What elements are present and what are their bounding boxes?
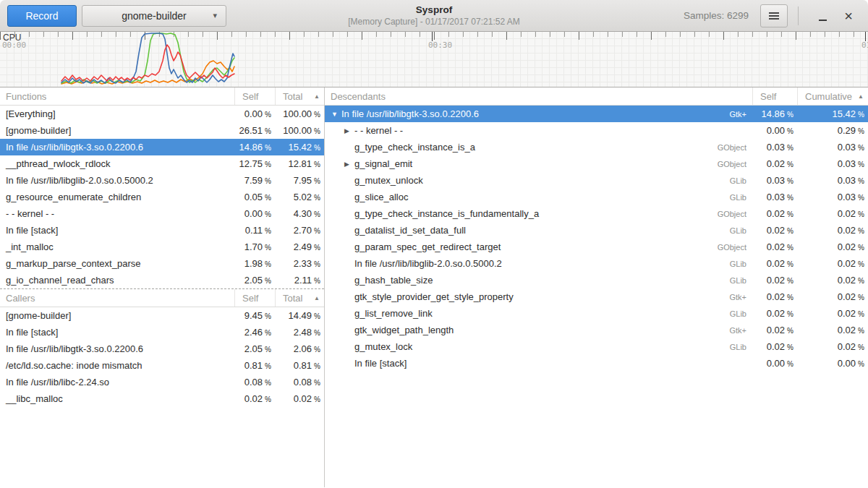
- table-row[interactable]: g_mutex_unlock GLib 0.03% 0.03%: [325, 172, 868, 189]
- column-header-self[interactable]: Self: [752, 87, 797, 105]
- total-percent: 4.30%: [275, 208, 324, 219]
- column-header-descendants[interactable]: Descendants: [325, 87, 752, 105]
- descendant-name-cell: g_type_check_instance_is_fundamentally_a…: [325, 208, 752, 219]
- descendant-name-cell: g_hash_table_size GLib: [325, 275, 752, 286]
- table-row[interactable]: __pthread_rwlock_rdlock 12.75% 12.81%: [0, 155, 324, 172]
- function-name: g_io_channel_read_chars: [0, 275, 234, 286]
- table-row[interactable]: _int_malloc 1.70% 2.49%: [0, 239, 324, 255]
- self-percent: 0.02%: [752, 341, 797, 352]
- column-header-cumulative-label: Cumulative: [805, 91, 852, 102]
- table-row[interactable]: In file /usr/lib/libglib-2.0.so.0.5000.2…: [325, 255, 868, 272]
- self-percent: 0.02%: [752, 325, 797, 335]
- cpu-graph[interactable]: CPU 00:0000:3001:00: [0, 32, 868, 87]
- table-row[interactable]: g_io_channel_read_chars 2.05% 2.11%: [0, 272, 324, 288]
- table-row[interactable]: ▶ - - kernel - - 0.00% 0.29%: [325, 122, 868, 139]
- table-row[interactable]: In file /usr/lib/libgtk-3.so.0.2200.6 14…: [0, 139, 324, 155]
- cumulative-percent: 0.00%: [797, 358, 868, 369]
- table-row[interactable]: gtk_widget_path_length Gtk+ 0.02% 0.02%: [325, 322, 868, 338]
- descendants-table-body: ▼ In file /usr/lib/libgtk-3.so.0.2200.6 …: [325, 106, 868, 372]
- descendant-name-cell: In file [stack]: [325, 358, 752, 369]
- library-tag: GLib: [730, 343, 752, 351]
- self-percent: 0.08%: [234, 377, 275, 388]
- table-row[interactable]: [gnome-builder] 26.51% 100.00%: [0, 122, 324, 139]
- functions-table-body: [Everything] 0.00% 100.00% [gnome-builde…: [0, 106, 324, 288]
- descendant-name-cell: ▶ - - kernel - -: [325, 125, 752, 136]
- column-header-functions[interactable]: Functions: [0, 87, 234, 105]
- header-bar: Record gnome-builder ▾ Sysprof [Memory C…: [0, 0, 868, 32]
- self-percent: 1.98%: [234, 258, 275, 269]
- cumulative-percent: 0.02%: [797, 241, 868, 252]
- descendant-name-cell: g_slice_alloc GLib: [325, 192, 752, 202]
- table-row[interactable]: In file [stack] 0.00% 0.00%: [325, 355, 868, 372]
- column-header-total[interactable]: Total ▲: [275, 289, 324, 307]
- header-separator: [798, 7, 799, 25]
- table-row[interactable]: g_datalist_id_set_data_full GLib 0.02% 0…: [325, 222, 868, 239]
- column-header-self[interactable]: Self: [234, 289, 275, 307]
- table-row[interactable]: g_param_spec_get_redirect_target GObject…: [325, 239, 868, 255]
- total-percent: 0.81%: [275, 360, 324, 371]
- table-row[interactable]: In file /usr/lib/libc-2.24.so 0.08% 0.08…: [0, 374, 324, 390]
- cumulative-percent: 0.02%: [797, 275, 868, 286]
- time-label: 00:30: [428, 40, 452, 50]
- expander-icon[interactable]: ▶: [344, 127, 354, 134]
- caller-name: [gnome-builder]: [0, 310, 234, 321]
- minimize-icon: [819, 20, 827, 21]
- total-percent: 15.42%: [275, 142, 324, 153]
- table-row[interactable]: In file [stack] 0.11% 2.70%: [0, 222, 324, 239]
- column-header-self[interactable]: Self: [234, 87, 275, 105]
- process-selector-dropdown[interactable]: gnome-builder ▾: [82, 5, 226, 27]
- column-header-callers[interactable]: Callers: [0, 289, 234, 307]
- descendant-name-cell: gtk_style_provider_get_style_property Gt…: [325, 291, 752, 302]
- cumulative-percent: 15.42%: [797, 108, 868, 119]
- table-row[interactable]: /etc/ld.so.cache: inode mismatch 0.81% 0…: [0, 357, 324, 374]
- menu-button[interactable]: [760, 4, 788, 27]
- table-row[interactable]: In file /usr/lib/libgtk-3.so.0.2200.6 2.…: [0, 341, 324, 357]
- expander-icon[interactable]: ▶: [344, 160, 354, 168]
- table-row[interactable]: - - kernel - - 0.00% 4.30%: [0, 205, 324, 222]
- function-name: g_resource_enumerate_children: [0, 192, 234, 202]
- sysprof-window: Record gnome-builder ▾ Sysprof [Memory C…: [0, 0, 868, 488]
- table-row[interactable]: g_slice_alloc GLib 0.03% 0.03%: [325, 189, 868, 205]
- table-row[interactable]: g_resource_enumerate_children 0.05% 5.02…: [0, 189, 324, 205]
- expander-icon[interactable]: ▼: [331, 111, 341, 118]
- self-percent: 0.03%: [752, 142, 797, 153]
- library-tag: GLib: [730, 193, 752, 202]
- descendant-name-cell: gtk_widget_path_length Gtk+: [325, 325, 752, 335]
- self-percent: 0.02%: [752, 258, 797, 269]
- library-tag: GObject: [718, 160, 752, 168]
- descendant-name: g_mutex_lock: [354, 341, 412, 352]
- table-row[interactable]: g_type_check_instance_is_a GObject 0.03%…: [325, 139, 868, 155]
- table-row[interactable]: g_type_check_instance_is_fundamentally_a…: [325, 205, 868, 222]
- column-header-total[interactable]: Total ▲: [275, 87, 324, 105]
- table-row[interactable]: [gnome-builder] 9.45% 14.49%: [0, 307, 324, 324]
- close-button[interactable]: ×: [838, 5, 859, 27]
- table-row[interactable]: g_list_remove_link GLib 0.02% 0.02%: [325, 305, 868, 322]
- column-header-total-label: Total: [283, 91, 302, 102]
- self-percent: 0.02%: [234, 393, 275, 404]
- descendant-name: g_type_check_instance_is_fundamentally_a: [354, 208, 539, 219]
- self-percent: 26.51%: [234, 125, 275, 136]
- function-name: - - kernel - -: [0, 208, 234, 219]
- self-percent: 0.00%: [752, 125, 797, 136]
- total-percent: 14.49%: [275, 310, 324, 321]
- table-row[interactable]: [Everything] 0.00% 100.00%: [0, 106, 324, 122]
- descendant-name-cell: g_list_remove_link GLib: [325, 308, 752, 319]
- table-row[interactable]: In file [stack] 2.46% 2.48%: [0, 324, 324, 341]
- column-header-cumulative[interactable]: Cumulative ▲: [797, 87, 868, 105]
- minimize-button[interactable]: [812, 5, 833, 27]
- table-row[interactable]: g_hash_table_size GLib 0.02% 0.02%: [325, 272, 868, 288]
- self-percent: 14.86%: [752, 108, 797, 119]
- record-button[interactable]: Record: [7, 5, 77, 27]
- table-row[interactable]: gtk_style_provider_get_style_property Gt…: [325, 288, 868, 305]
- descendants-table-header: Descendants Self Cumulative ▲: [325, 87, 868, 106]
- descendant-name-cell: g_mutex_unlock GLib: [325, 175, 752, 186]
- table-row[interactable]: ▶ g_signal_emit GObject 0.02% 0.03%: [325, 155, 868, 172]
- table-row[interactable]: In file /usr/lib/libglib-2.0.so.0.5000.2…: [0, 172, 324, 189]
- table-row[interactable]: ▼ In file /usr/lib/libgtk-3.so.0.2200.6 …: [325, 106, 868, 122]
- table-row[interactable]: __libc_malloc 0.02% 0.02%: [0, 390, 324, 407]
- table-row[interactable]: g_mutex_lock GLib 0.02% 0.02%: [325, 338, 868, 355]
- caller-name: In file [stack]: [0, 327, 234, 338]
- table-row[interactable]: g_markup_parse_context_parse 1.98% 2.33%: [0, 255, 324, 272]
- function-name: In file [stack]: [0, 225, 234, 236]
- descendant-name: g_hash_table_size: [354, 275, 433, 286]
